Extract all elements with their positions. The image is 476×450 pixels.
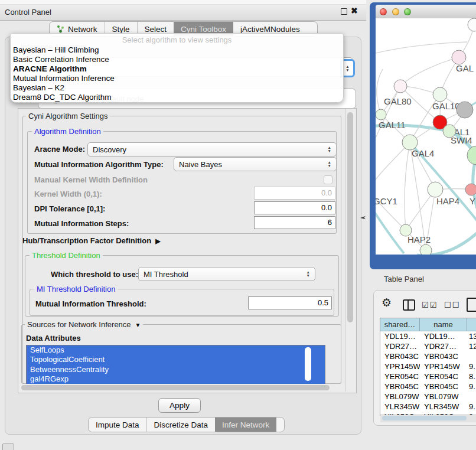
tab-label: Network bbox=[68, 25, 97, 34]
which-threshold-select[interactable]: MI Threshold ▲▼ bbox=[138, 267, 315, 281]
algorithm-option[interactable]: ARACNE Algorithm bbox=[11, 64, 343, 74]
settings-horizontal-scrollbar-thumb[interactable] bbox=[21, 385, 330, 390]
kernel-width-label: Kernel Width (0,1): bbox=[34, 190, 102, 198]
network-node-hap4[interactable] bbox=[428, 182, 443, 197]
table-cell[interactable]: YBR043C bbox=[380, 351, 420, 361]
minimized-panel-button[interactable] bbox=[2, 444, 14, 450]
document-icon[interactable] bbox=[467, 298, 476, 312]
kernel-width-field[interactable] bbox=[254, 187, 335, 200]
float-window-icon[interactable] bbox=[341, 8, 347, 15]
algorithm-option[interactable]: Bayesian – Hill Climbing bbox=[11, 45, 343, 55]
table-row[interactable]: YBR043CYBR043C bbox=[380, 351, 476, 361]
tab-impute-data[interactable]: Impute Data bbox=[89, 418, 146, 432]
close-icon[interactable]: ✖ bbox=[351, 6, 358, 15]
table-cell[interactable]: YDR27… bbox=[420, 341, 467, 351]
table-cell[interactable]: 9. bbox=[467, 361, 476, 371]
table-horizontal-scrollbar-thumb[interactable] bbox=[382, 416, 467, 420]
mi-algorithm-type-select[interactable]: Naive Bayes ▲▼ bbox=[174, 157, 337, 171]
dpi-tolerance-field[interactable] bbox=[254, 201, 335, 214]
table-cell[interactable]: YER054C bbox=[420, 371, 467, 381]
column-header[interactable] bbox=[467, 318, 476, 331]
hub-definition-toggle[interactable]: Hub/Transcription Factor Definition▶ bbox=[22, 236, 161, 245]
network-node[interactable] bbox=[468, 18, 476, 31]
network-node-gal10[interactable] bbox=[433, 87, 447, 102]
table-cell[interactable]: 9. bbox=[467, 402, 476, 412]
settings-vertical-scrollbar-thumb[interactable] bbox=[347, 112, 353, 322]
data-attribute-item[interactable]: SelfLoops bbox=[27, 345, 325, 355]
network-node[interactable] bbox=[457, 102, 473, 118]
table-cell[interactable]: YBL079W bbox=[380, 392, 420, 402]
split-columns-icon-divider bbox=[407, 299, 409, 311]
close-traffic-light-icon[interactable] bbox=[380, 8, 387, 15]
table-cell[interactable]: YBR045C bbox=[380, 381, 420, 392]
mi-steps-field[interactable] bbox=[254, 216, 335, 229]
dpi-tolerance-label: DPI Tolerance [0,1]: bbox=[34, 204, 105, 213]
column-header[interactable]: shared… bbox=[380, 318, 420, 331]
split-columns-icon[interactable] bbox=[403, 299, 415, 311]
mi-steps-label: Mutual Information Steps: bbox=[34, 219, 129, 228]
data-attribute-item[interactable]: gal4RGexp bbox=[27, 374, 325, 384]
network-node[interactable] bbox=[420, 244, 432, 255]
table-cell[interactable]: 12 bbox=[467, 341, 476, 351]
table-cell[interactable]: 13 bbox=[467, 331, 476, 341]
table-row[interactable]: YPR145WYPR145W9. bbox=[380, 361, 476, 371]
table-cell[interactable]: YBL079W bbox=[420, 392, 467, 402]
data-attribute-item[interactable]: BetweennessCentrality bbox=[27, 365, 325, 374]
table-panel-title: Table Panel bbox=[384, 275, 424, 283]
minimize-traffic-light-icon[interactable] bbox=[392, 8, 399, 15]
table-row[interactable]: YDR27…YDR27…12 bbox=[380, 341, 476, 351]
table-cell[interactable]: YER054C bbox=[380, 371, 420, 381]
network-node-gal80[interactable] bbox=[394, 80, 407, 93]
table-cell[interactable] bbox=[467, 392, 476, 402]
network-node-y[interactable] bbox=[465, 184, 476, 195]
select-unchecked-icon[interactable]: ☐☐ bbox=[444, 301, 460, 309]
table-cell[interactable]: YDR27… bbox=[380, 341, 420, 351]
gear-icon[interactable]: ⚙ bbox=[382, 297, 392, 308]
node-label: Y bbox=[470, 196, 475, 206]
network-canvas[interactable]: GALGAL80GAL10GAL1GAL11SWI4GAL4GCY1HAP4YH… bbox=[376, 18, 476, 255]
table-cell[interactable]: YDL19… bbox=[380, 331, 420, 341]
table-cell[interactable]: YPR145W bbox=[420, 361, 467, 371]
table-cell[interactable]: YLR345W bbox=[420, 402, 467, 412]
table-row[interactable]: YLR345WYLR345W9. bbox=[380, 402, 476, 412]
table-row[interactable]: YBL079WYBL079W bbox=[380, 392, 476, 402]
algorithm-option[interactable]: Dream8 DC_TDC Algorithm bbox=[11, 93, 343, 102]
cyni-mode-tabbar: Impute DataDiscretize DataInfer Network bbox=[88, 417, 285, 432]
column-header[interactable]: name bbox=[420, 318, 467, 331]
table-cell[interactable]: YPR145W bbox=[380, 361, 420, 371]
data-attributes-list: SelfLoopsTopologicalCoefficientBetweenne… bbox=[26, 345, 325, 385]
table-row[interactable]: YBR045CYBR045C9. bbox=[380, 381, 476, 392]
aracne-mode-select[interactable]: Discovery ▲▼ bbox=[87, 142, 337, 156]
table-cell[interactable]: 8. bbox=[467, 371, 476, 381]
tab-infer-network[interactable]: Infer Network bbox=[215, 418, 276, 432]
attributes-scrollbar-thumb[interactable] bbox=[305, 347, 311, 381]
aracne-mode-label: Aracne Mode: bbox=[34, 145, 85, 154]
network-edge bbox=[376, 42, 467, 54]
network-node-gal11[interactable] bbox=[376, 109, 386, 120]
mi-threshold-field[interactable] bbox=[248, 296, 332, 309]
table-cell[interactable] bbox=[467, 351, 476, 361]
mi-algorithm-type-label: Mutual Information Algorithm Type: bbox=[34, 160, 164, 169]
algorithm-option[interactable]: Basic Correlation Inference bbox=[11, 55, 343, 64]
popup-prompt: Select algorithm to view settings bbox=[11, 34, 343, 45]
network-node-gal[interactable] bbox=[452, 50, 466, 64]
table-cell[interactable]: 9. bbox=[467, 381, 476, 392]
algorithm-option[interactable]: Mutual Information Inference bbox=[11, 74, 343, 83]
table-cell[interactable]: YBR045C bbox=[420, 381, 467, 392]
table-cell[interactable]: YBR043C bbox=[420, 351, 467, 361]
network-node[interactable] bbox=[467, 146, 476, 165]
sources-legend[interactable]: Sources for Network Inference▼ bbox=[25, 320, 143, 329]
select-checked-icon[interactable]: ☑☑ bbox=[422, 301, 438, 309]
table-cell[interactable]: YDL19… bbox=[420, 331, 467, 341]
apply-button[interactable]: Apply bbox=[158, 398, 201, 413]
algorithm-option[interactable]: Bayesian – K2 bbox=[11, 83, 343, 93]
table-cell[interactable]: YLR345W bbox=[380, 402, 420, 412]
table-row[interactable]: YER054CYER054C8. bbox=[380, 371, 476, 381]
network-window-titlebar[interactable] bbox=[376, 5, 476, 19]
manual-kernel-width-checkbox[interactable] bbox=[324, 175, 332, 184]
zoom-traffic-light-icon[interactable] bbox=[404, 8, 411, 15]
data-attribute-item[interactable]: TopologicalCoefficient bbox=[27, 355, 325, 364]
collapsed-arrow-icon: ▶ bbox=[155, 237, 160, 244]
tab-discretize-data[interactable]: Discretize Data bbox=[146, 418, 216, 432]
table-row[interactable]: YDL19…YDL19…13 bbox=[380, 331, 476, 341]
